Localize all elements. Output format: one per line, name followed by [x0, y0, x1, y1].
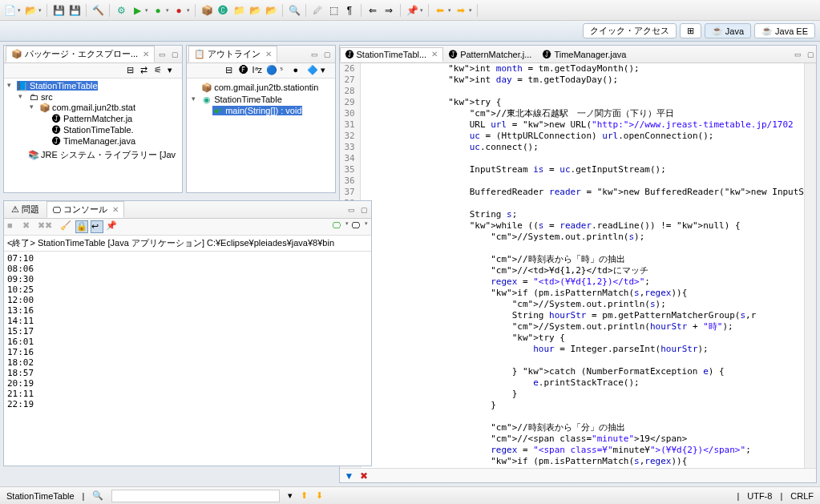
status-search-input[interactable] [111, 490, 280, 502]
console-tab[interactable]: 🖵コンソール✕ [46, 201, 124, 218]
stop-icon[interactable]: ● [172, 4, 185, 17]
project-tree[interactable]: 📘StationTimeTable 🗀src 📦com.gmail.jun2tb… [6, 80, 180, 163]
status-bar: StationTimeTable | 🔍 ▾ ⬆ ⬇ | UTF-8 | CRL… [0, 486, 820, 504]
code-content[interactable]: "kw">int month = tm.getTodayMonth(); "kw… [361, 63, 804, 468]
sort-icon[interactable]: ⊟ [225, 65, 236, 76]
editor-tab-3[interactable]: 🅙TimeManager.java [537, 47, 632, 62]
close-icon[interactable]: ✕ [431, 50, 438, 58]
search-icon[interactable]: 🔍 [288, 4, 301, 17]
save-all-icon[interactable]: 💾 [68, 4, 81, 17]
tree-jre[interactable]: 📚JRE システム・ライブラリー [Jav [17, 148, 180, 162]
minimize-icon[interactable]: ▭ [345, 204, 357, 216]
package-explorer-tab[interactable]: 📦 パッケージ・エクスプロー... ✕ [6, 46, 155, 62]
hide-local-icon[interactable]: 🔷 [307, 65, 318, 76]
hide-static-icon[interactable]: ˢ [280, 65, 291, 76]
toggle-mark-icon[interactable]: 🖉 [311, 4, 324, 17]
open-console-icon[interactable]: 🖵 [351, 220, 364, 233]
run-icon[interactable]: ▶ [131, 4, 143, 17]
new-class-icon[interactable]: 🅒 [216, 4, 229, 17]
collapse-all-icon[interactable]: ⊟ [127, 65, 138, 76]
pin-icon[interactable]: 📌 [406, 4, 418, 17]
remove-launch-icon[interactable]: ✖ [22, 220, 35, 233]
outline-tab[interactable]: 📋 アウトライン ✕ [188, 46, 277, 62]
tree-file[interactable]: 🅙StationTimeTable. [39, 124, 180, 135]
open-task-icon[interactable]: 📂 [265, 4, 277, 17]
pin-console-icon[interactable]: 📌 [106, 220, 119, 233]
console-panel: ⚠問題 🖵コンソール✕ ▭ ▢ ■ ✖ ✖✖ 🧹 🔒 ↩ 📌 🖵▾ 🖵▾ <終了… [3, 200, 372, 466]
breadcrumb-close-icon[interactable]: ✖ [360, 470, 368, 482]
perspective-java[interactable]: ☕Java [705, 23, 751, 38]
annot-next-icon[interactable]: ⇒ [382, 4, 395, 17]
minimize-icon[interactable]: ▭ [309, 49, 321, 60]
maximize-icon[interactable]: ▢ [322, 49, 333, 60]
problems-tab[interactable]: ⚠問題 [6, 201, 45, 218]
display-selected-icon[interactable]: 🖵 [332, 220, 345, 233]
editor-panel: 🅙StationTimeTabl...✕ 🅙PatternMatcher.j..… [339, 45, 818, 483]
outline-class[interactable]: ◉StationTimeTable ●ˢmain(String[]) : voi… [190, 94, 331, 118]
hide-fields-icon[interactable]: 🔵 [266, 65, 277, 76]
search-dropdown-icon[interactable]: ▾ [288, 490, 293, 501]
run-last-icon[interactable]: ● [151, 4, 164, 17]
minimize-icon[interactable]: ▭ [792, 49, 803, 60]
terminate-icon[interactable]: ■ [7, 220, 20, 233]
clear-console-icon[interactable]: 🧹 [60, 220, 73, 233]
console-output[interactable]: 07:10 08:06 09:30 10:25 12:00 13:16 14:1… [4, 252, 371, 466]
filter-fields-icon[interactable]: 🅕 [239, 65, 250, 76]
perspective-java-ee[interactable]: ☕Java EE [754, 23, 815, 38]
status-encoding[interactable]: UTF-8 [747, 491, 772, 501]
scroll-lock-icon[interactable]: 🔒 [75, 220, 88, 233]
filter-icon[interactable]: ⚟ [154, 65, 165, 76]
close-icon[interactable]: ✕ [112, 205, 119, 214]
maximize-icon[interactable]: ▢ [805, 49, 816, 60]
maximize-icon[interactable]: ▢ [358, 204, 370, 216]
toggle-block-icon[interactable]: ⬚ [327, 4, 340, 17]
editor-tab-2[interactable]: 🅙PatternMatcher.j... [443, 47, 537, 62]
tree-file[interactable]: 🅙TimeManager.java [39, 135, 180, 147]
vertical-scrollbar[interactable] [804, 63, 816, 468]
problems-icon: ⚠ [11, 204, 19, 215]
package-icon: 📦 [201, 83, 212, 93]
view-menu-icon[interactable]: ▾ [168, 65, 179, 76]
sort-az-icon[interactable]: Iᵃz [252, 65, 264, 76]
close-icon[interactable]: ✕ [143, 50, 149, 58]
open-icon[interactable]: 📂 [24, 4, 37, 17]
word-wrap-icon[interactable]: ↩ [91, 220, 103, 233]
open-perspective-button[interactable]: ⊞ [680, 23, 701, 38]
hide-nonpublic-icon[interactable]: ● [293, 65, 305, 76]
code-editor[interactable]: 26 27 28 29 30 31 32 33 34 35 36 37 38 3… [340, 63, 817, 468]
tree-file[interactable]: 🅙PatternMatcher.ja [39, 113, 180, 124]
show-whitespace-icon[interactable]: ¶ [343, 4, 356, 17]
editor-tab-1[interactable]: 🅙StationTimeTabl...✕ [340, 47, 444, 62]
forward-icon[interactable]: ➡ [454, 4, 467, 17]
breadcrumb-down-icon[interactable]: ▼ [345, 470, 354, 482]
package-explorer-panel: 📦 パッケージ・エクスプロー... ✕ ▭ ▢ ⊟ ⇄ ⚟ ▾ 📘Station… [3, 45, 183, 193]
package-explorer-icon: 📦 [11, 49, 22, 59]
java-file-icon: 🅙 [50, 136, 62, 146]
debug-icon[interactable]: ⚙ [115, 4, 127, 17]
open-type-icon[interactable]: 📂 [248, 4, 261, 17]
outline-method[interactable]: ●ˢmain(String[]) : void [201, 105, 331, 117]
remove-all-icon[interactable]: ✖✖ [38, 220, 50, 233]
quick-access-button[interactable]: クイック・アクセス [583, 23, 677, 38]
new-icon[interactable]: 📄 [3, 4, 16, 17]
new-folder-icon[interactable]: 📁 [232, 4, 245, 17]
nav-down-icon[interactable]: ⬇ [316, 490, 323, 501]
save-icon[interactable]: 💾 [52, 4, 65, 17]
link-editor-icon[interactable]: ⇄ [140, 65, 151, 76]
console-header: <終了> StationTimeTable [Java アプリケーション] C:… [4, 236, 371, 252]
close-icon[interactable]: ✕ [265, 50, 272, 58]
outline-package[interactable]: 📦com.gmail.jun2tb.stationtin [190, 82, 331, 94]
annot-prev-icon[interactable]: ⇐ [366, 4, 379, 17]
back-icon[interactable]: ⬅ [434, 4, 446, 17]
console-icon: 🖵 [52, 205, 61, 215]
view-menu-icon[interactable]: ▾ [321, 65, 332, 76]
minimize-icon[interactable]: ▭ [156, 49, 168, 60]
java-file-icon: 🅙 [345, 50, 354, 59]
status-line-ending[interactable]: CRLF [790, 491, 814, 501]
package-icon: 📦 [39, 103, 50, 113]
build-icon[interactable]: 🔨 [91, 4, 104, 17]
nav-up-icon[interactable]: ⬆ [301, 490, 308, 501]
maximize-icon[interactable]: ▢ [169, 49, 180, 60]
search-magnifier-icon[interactable]: 🔍 [92, 490, 103, 501]
new-package-icon[interactable]: 📦 [200, 4, 213, 17]
